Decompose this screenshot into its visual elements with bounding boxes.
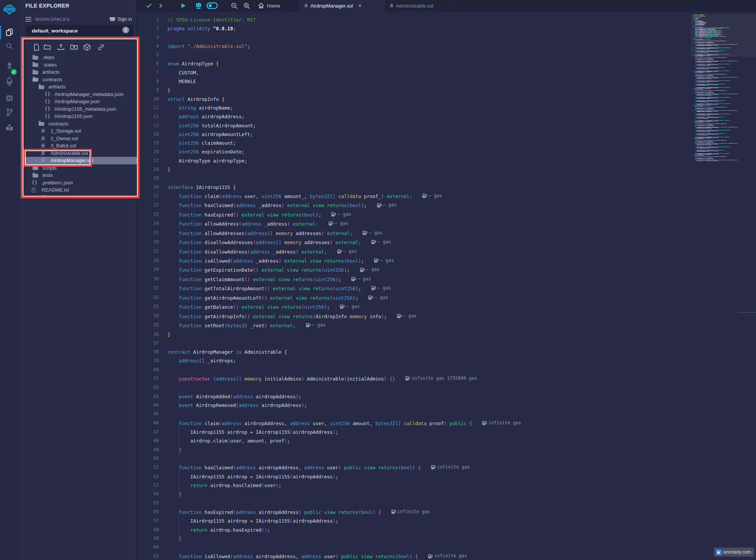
code-line-36[interactable]: 36} (137, 330, 689, 339)
file-tree-item-airdropmanager-json[interactable]: {}AirdropManager.json (23, 98, 137, 105)
code-line-40[interactable]: 40 (137, 365, 689, 374)
file-tree-item-artifacts[interactable]: artifacts (23, 68, 137, 76)
workspaces-menu-icon[interactable] (25, 17, 31, 22)
git-branch-icon[interactable] (0, 106, 19, 119)
file-tree-item-1-storage-sol[interactable]: S1_Storage.sol (23, 127, 137, 135)
code-line-1[interactable]: 1// SPDX-License-Identifier: MIT (137, 15, 689, 24)
upload-file-icon[interactable] (57, 43, 65, 53)
minimap[interactable] (693, 14, 753, 173)
upload-folder-icon[interactable] (70, 43, 78, 52)
code-line-9[interactable]: 9} (137, 86, 689, 94)
code-editor[interactable]: 1// SPDX-License-Identifier: MIT2pragma … (137, 11, 756, 560)
code-line-3[interactable]: 3 (137, 33, 689, 42)
github-sign-in-button[interactable]: Sign in (109, 17, 132, 22)
code-line-45[interactable]: 45 (137, 410, 689, 418)
ai-toggle-icon[interactable] (206, 0, 218, 11)
code-line-61[interactable]: 61 function isAllowed(address airdropAdd… (137, 552, 689, 560)
file-tree-item-iairdrop1155-metadata-json[interactable]: {}IAirdrop1155_metadata.json (23, 105, 137, 113)
workspace-stepper-icon[interactable] (122, 26, 129, 35)
code-line-19[interactable]: 19 (137, 174, 689, 183)
workspace-select[interactable]: default_workspace (25, 25, 133, 37)
new-file-icon[interactable] (33, 43, 40, 53)
code-line-55[interactable]: 55 (137, 499, 689, 507)
code-line-6[interactable]: 6enum AirdropType { (137, 59, 689, 68)
code-line-49[interactable]: 49 } (137, 446, 689, 454)
code-line-46[interactable]: 46 function claim(address airdropAddress… (137, 419, 689, 428)
code-line-47[interactable]: 47 IAirdrop1155 airdrop = IAirdrop1155(a… (137, 428, 689, 436)
code-line-50[interactable]: 50 (137, 454, 689, 463)
run-script-play-icon[interactable] (180, 0, 186, 11)
code-line-59[interactable]: 59 } (137, 534, 689, 543)
code-line-5[interactable]: 5 (137, 51, 689, 59)
solidity-compiler-icon[interactable]: ✓ (0, 59, 19, 74)
code-line-42[interactable]: 42 (137, 383, 689, 392)
code-line-4[interactable]: 4import "./Administrable.sol"; (137, 42, 689, 51)
code-line-11[interactable]: 11 string airdropName; (137, 104, 689, 112)
remix-logo-icon[interactable] (0, 2, 19, 17)
file-tree-item-contracts[interactable]: contracts (23, 76, 137, 84)
code-line-60[interactable]: 60 (137, 543, 689, 552)
code-line-35[interactable]: 35 function setRoot(bytes32 _root) exter… (137, 321, 689, 330)
file-tree-item-iairdrop1155-json[interactable]: {}IAirdrop1155.json (23, 113, 137, 120)
code-line-26[interactable]: 26 function disallowAddresses(address[] … (137, 238, 689, 247)
code-line-30[interactable]: 30 function getClaimAmount() external vi… (137, 275, 689, 284)
code-line-2[interactable]: 2pragma solidity ^0.8.19; (137, 24, 689, 33)
code-line-37[interactable]: 37 (137, 339, 689, 348)
code-line-51[interactable]: 51 function hasClaimed(address airdropAd… (137, 463, 689, 472)
code-line-31[interactable]: 31 function getTotalAirdropAmount() exte… (137, 284, 689, 293)
code-line-7[interactable]: 7 CUSTOM, (137, 68, 689, 77)
code-line-18[interactable]: 18} (137, 165, 689, 174)
tab-airdropmanager[interactable]: S AirdropManager.sol × (300, 0, 385, 11)
code-line-24[interactable]: 24 function allowAddress(address _addres… (137, 219, 689, 228)
code-line-43[interactable]: 43 event AirdropAdded(address airdropAdd… (137, 392, 689, 401)
file-explorer-icon[interactable] (0, 25, 19, 40)
code-line-15[interactable]: 15 uint256 claimAmount; (137, 139, 689, 147)
file-tree-item-contracts[interactable]: contracts (23, 120, 137, 128)
code-line-10[interactable]: 10struct AirdropInfo { (137, 95, 689, 104)
file-tree-item-2-owner-sol[interactable]: S2_Owner.sol (23, 135, 137, 142)
code-line-27[interactable]: 27 function disallowAddress(address _add… (137, 247, 689, 256)
code-line-16[interactable]: 16 uint256 expirationDate; (137, 147, 689, 156)
code-line-33[interactable]: 33 function getBalance() external view r… (137, 302, 689, 311)
file-tree-item-cut[interactable]: S (23, 194, 137, 197)
code-line-38[interactable]: 38contract AirdropManager is Administrab… (137, 348, 689, 356)
code-line-12[interactable]: 12 address airdropAddress; (137, 112, 689, 121)
file-tree-item--prettierrc-json[interactable]: {}.prettierrc.json (23, 179, 137, 187)
code-line-39[interactable]: 39 address[] _airdrops; (137, 356, 689, 365)
code-line-48[interactable]: 48 airdrop.claim(user, amount, proof); (137, 436, 689, 445)
code-line-8[interactable]: 8 MERKLE (137, 77, 689, 86)
file-tree-item-readme-txt[interactable]: README.txt (23, 186, 137, 194)
code-line-56[interactable]: 56 function hasExpired(address airdropAd… (137, 507, 689, 517)
code-line-20[interactable]: 20interface IAirdrop1155 { (137, 183, 689, 192)
code-line-44[interactable]: 44 event AirdropRemoved(address airdropA… (137, 401, 689, 410)
code-line-14[interactable]: 14 uint256 airdropAmountLeft; (137, 130, 689, 139)
file-tree-item-airdropmanager-sol[interactable]: SAirdropManager.sol (23, 157, 137, 164)
file-tree-item-scripts[interactable]: scripts (23, 164, 137, 172)
code-line-28[interactable]: 28 function isAllowed(address _address) … (137, 256, 689, 265)
zoom-out-icon[interactable] (231, 0, 238, 11)
tab-administrable[interactable]: S Administrable.sol (385, 0, 450, 11)
close-tab-icon[interactable]: × (358, 3, 361, 9)
file-tree-item-administrable-sol[interactable]: SAdministrable.sol (23, 150, 137, 157)
zoom-in-icon[interactable] (243, 0, 250, 11)
debugger-bug-icon[interactable] (0, 91, 19, 104)
file-tree-item--states[interactable]: .states (23, 61, 137, 69)
code-line-25[interactable]: 25 function allowAddresses(address[] mem… (137, 229, 689, 238)
code-line-52[interactable]: 52 IAirdrop1155 airdrop = IAirdrop1155(a… (137, 472, 689, 481)
file-tree-item-3-ballot-sol[interactable]: S3_Ballot.sol (23, 142, 137, 150)
code-line-21[interactable]: 21 function claim(address user, uint256 … (137, 192, 689, 201)
deploy-run-ethereum-icon[interactable] (0, 75, 19, 88)
code-line-53[interactable]: 53 return airdrop.hasClaimed(user); (137, 481, 689, 490)
code-line-32[interactable]: 32 function getAirdropAmountLeft() exter… (137, 293, 689, 302)
publish-cube-icon[interactable] (83, 43, 91, 53)
code-line-22[interactable]: 22 function hasClaimed(address _address)… (137, 201, 689, 210)
code-line-54[interactable]: 54 } (137, 490, 689, 498)
code-area[interactable]: 1// SPDX-License-Identifier: MIT2pragma … (137, 15, 689, 560)
learneth-book-icon[interactable] (0, 121, 19, 135)
code-line-58[interactable]: 58 return airdrop.hasExpired(); (137, 526, 689, 534)
file-tree-item-airdropmanager-metadata-json[interactable]: {}AirdropManager_metadata.json (23, 91, 137, 98)
search-icon[interactable] (0, 40, 19, 52)
code-line-29[interactable]: 29 function getExpirationDate() external… (137, 265, 689, 274)
home-tab[interactable]: Home (258, 0, 280, 11)
code-line-57[interactable]: 57 IAirdrop1155 airdrop = IAirdrop1155(a… (137, 517, 689, 525)
